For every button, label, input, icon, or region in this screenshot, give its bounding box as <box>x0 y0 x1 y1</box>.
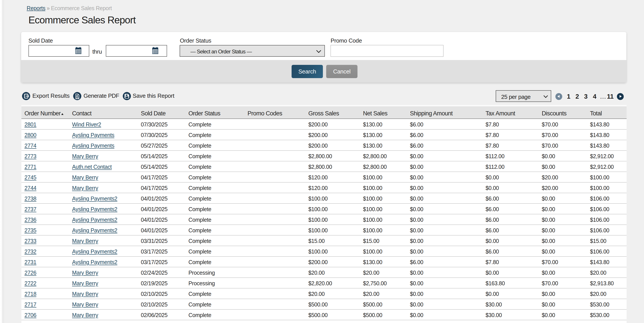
svg-text:PDF: PDF <box>76 97 79 99</box>
